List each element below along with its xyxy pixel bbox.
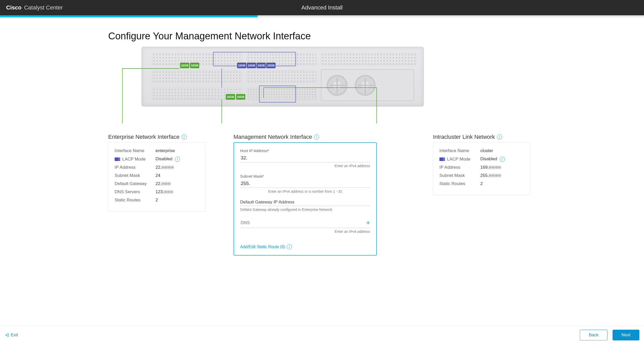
value-static-routes[interactable]: 2: [156, 198, 158, 203]
enterprise-title: Enterprise Network Interface i: [108, 134, 205, 140]
fan-icon: [355, 75, 376, 96]
port-10gb-blue: 10GB: [257, 63, 266, 68]
port-10gb-green: 10GB: [236, 94, 245, 100]
value-lacp-mode: Disabled i: [480, 156, 505, 162]
fan-icon: [327, 75, 348, 96]
input-host-ip[interactable]: [240, 155, 370, 161]
input-dns[interactable]: [240, 220, 366, 226]
cluster-panel: Interface Name cluster LACP Mode Disable…: [433, 142, 530, 195]
chassis: [141, 47, 424, 107]
value-default-gateway: 22.■■■: [156, 181, 171, 186]
label-subnet-mask: Subnet Mask: [439, 173, 480, 178]
info-icon[interactable]: i: [287, 244, 292, 249]
lacp-icon: [115, 157, 120, 161]
management-column: Management Network Interface i Host IP A…: [234, 134, 377, 256]
management-title: Management Network Interface i: [234, 134, 377, 140]
enterprise-column: Enterprise Network Interface i Interface…: [108, 134, 205, 256]
page-title: Configure Your Management Network Interf…: [108, 31, 552, 42]
cluster-title: Intracluster Link Network i: [433, 134, 530, 140]
header-title: Advanced Install: [301, 4, 342, 11]
redacted: ■■■■: [489, 173, 501, 178]
cluster-title-text: Intracluster Link Network: [433, 134, 495, 140]
label-default-gateway: Default Gateway: [115, 181, 156, 186]
add-edit-static-route-link[interactable]: Add/Edit Static Route (0) i: [240, 244, 292, 249]
enterprise-panel: Interface Name enterprise LACP Mode Disa…: [108, 142, 205, 212]
chassis-grill: [321, 53, 416, 65]
port-10gb-green: 10GB: [226, 94, 235, 100]
redacted: ■■■■: [489, 165, 501, 170]
info-icon[interactable]: i: [497, 134, 502, 140]
info-icon[interactable]: i: [182, 134, 187, 140]
label-lacp-mode: LACP Mode: [439, 157, 480, 162]
footer: Exit Back Next: [0, 326, 644, 344]
brand: Cisco Catalyst Center: [0, 4, 63, 11]
info-icon[interactable]: i: [500, 157, 505, 162]
port-10gb-green: 10GB: [190, 63, 199, 68]
redacted: ■■■■: [162, 165, 174, 170]
enterprise-title-text: Enterprise Network Interface: [108, 134, 180, 140]
label-static-routes: Static Routes: [439, 181, 480, 186]
lacp-icon: [439, 157, 445, 161]
chassis-diagram: 10GB 10GB 10GB 10GB 10GB 10GB 10GB 10GB: [108, 47, 536, 123]
label-subnet-mask: Subnet Mask: [115, 173, 156, 178]
port-highlight: [259, 86, 296, 102]
port-10gb-blue: 10GB: [237, 63, 246, 68]
exit-button[interactable]: Exit: [5, 332, 18, 338]
value-lacp-mode: Disabled i: [156, 156, 180, 162]
value-ip-address: 22.■■■■: [156, 165, 174, 170]
power-supply: [321, 69, 414, 101]
field-host-ip: Host IP Address* Enter an IPv4 address: [240, 148, 370, 168]
label-gateway: Default Gateway IP Address: [240, 200, 370, 205]
hint-gateway: Defalut Gateway already configured in En…: [240, 208, 370, 212]
app-header: Cisco Catalyst Center Advanced Install: [0, 0, 644, 15]
field-dns: + Enter an IPv4 address: [240, 218, 370, 234]
exit-label: Exit: [11, 332, 18, 338]
brand-light: Catalyst Center: [24, 4, 63, 11]
info-icon[interactable]: i: [175, 157, 180, 162]
info-icon[interactable]: i: [314, 134, 319, 140]
label-host-ip: Host IP Address*: [240, 148, 370, 153]
interface-columns: Enterprise Network Interface i Interface…: [108, 134, 552, 256]
port-10gb-blue: 10GB: [247, 63, 256, 68]
value-static-routes[interactable]: 2: [480, 181, 483, 186]
label-dns-servers: DNS Servers: [115, 189, 156, 194]
chassis-grill: [247, 70, 316, 83]
input-subnet[interactable]: [240, 180, 370, 187]
cluster-column: Intracluster Link Network i Interface Na…: [433, 134, 530, 256]
hint-dns: Enter an IPv4 address: [240, 230, 370, 234]
value-interface-name: cluster: [480, 148, 493, 153]
redacted: ■■■: [162, 181, 171, 186]
back-button[interactable]: Back: [580, 330, 607, 340]
label-interface-name: Interface Name: [439, 148, 480, 153]
port-10gb-blue: 10GB: [266, 63, 275, 68]
value-ip-address: 169.■■■■: [480, 165, 501, 170]
port-10gb-green: 10GB: [180, 63, 189, 68]
label-ip-address: IP Address: [439, 165, 480, 170]
progress-bar: [0, 15, 644, 17]
label-interface-name: Interface Name: [115, 148, 156, 153]
label-subnet: Subnet Mask*: [240, 174, 370, 178]
value-interface-name: enterprise: [156, 148, 175, 153]
brand-bold: Cisco: [6, 4, 21, 11]
value-dns-servers: 123.■■■: [156, 189, 173, 194]
add-dns-button[interactable]: +: [366, 219, 370, 227]
hint-subnet: Enter an IPv4 address or a number from 1…: [240, 189, 370, 193]
field-subnet: Subnet Mask* Enter an IPv4 address or a …: [240, 174, 370, 193]
label-lacp-mode: LACP Mode: [115, 157, 156, 162]
label-static-routes: Static Routes: [115, 198, 156, 203]
management-title-text: Management Network Interface: [234, 134, 312, 140]
label-ip-address: IP Address: [115, 165, 156, 170]
progress-fill: [0, 15, 258, 17]
value-subnet-mask: 255.■■■■: [480, 173, 501, 178]
chassis-grill: [152, 70, 242, 83]
value-subnet-mask: 24: [156, 173, 160, 178]
next-button[interactable]: Next: [613, 330, 639, 340]
redacted: ■■■: [164, 189, 173, 194]
management-panel: Host IP Address* Enter an IPv4 address S…: [234, 142, 377, 256]
hint-host-ip: Enter an IPv4 address: [240, 164, 370, 168]
exit-icon: [5, 333, 9, 337]
field-gateway: Default Gateway IP Address Defalut Gatew…: [240, 200, 370, 212]
